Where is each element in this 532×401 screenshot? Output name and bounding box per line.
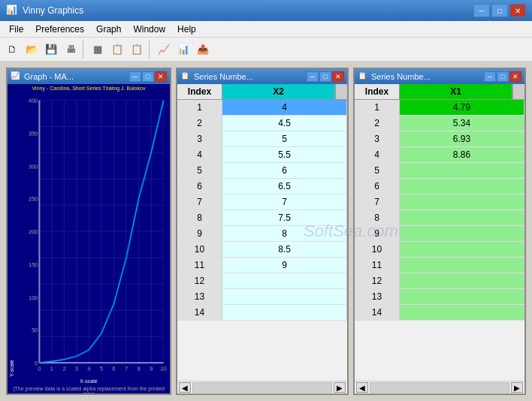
table-row[interactable]: 8 [355, 210, 524, 226]
series-x1-window: 📋 Series Numbe... ─ □ ✕ Index X1 1 4.792 [353, 68, 526, 395]
menu-help[interactable]: Help [171, 23, 202, 36]
menu-window[interactable]: Window [127, 23, 171, 36]
series-x2-scroll-bar: ◀ ▶ [177, 381, 347, 393]
minimize-button[interactable]: ─ [473, 4, 490, 17]
table-row[interactable]: 12 [177, 273, 347, 289]
toolbar-calc2-btn[interactable]: 📋 [128, 41, 146, 59]
index-cell: 12 [355, 273, 400, 288]
table-row[interactable]: 12 [355, 273, 524, 289]
value-cell[interactable]: 5.5 [222, 147, 347, 162]
value-cell[interactable] [400, 258, 524, 273]
value-cell[interactable]: 4 [222, 100, 347, 115]
table-row[interactable]: 13 [177, 289, 347, 305]
toolbar-chart-btn[interactable]: 📈 [155, 41, 173, 59]
menu-bar: File Preferences Graph Window Help [0, 21, 532, 38]
value-cell[interactable] [400, 210, 524, 225]
table-row[interactable]: 2 5.34 [355, 116, 524, 131]
value-cell[interactable] [400, 226, 524, 241]
value-cell[interactable]: 6.5 [222, 179, 347, 194]
table-row[interactable]: 14 [355, 305, 524, 321]
table-row[interactable]: 7 [355, 194, 524, 210]
table-row[interactable]: 8 7.5 [177, 210, 347, 226]
value-cell[interactable] [400, 242, 524, 257]
series-x1-minimize-btn[interactable]: ─ [484, 71, 496, 82]
table-row[interactable]: 9 8 [177, 226, 347, 242]
table-row[interactable]: 1 4 [177, 100, 347, 116]
value-cell[interactable]: 6 [222, 163, 347, 178]
main-area: 📈 Graph - MA... ─ □ ✕ Vinny - Carolina, … [0, 62, 532, 401]
table-row[interactable]: 5 [355, 163, 524, 179]
value-cell[interactable]: 4.79 [400, 100, 524, 115]
index-cell: 5 [177, 163, 222, 178]
value-cell[interactable]: 8.86 [400, 147, 524, 162]
value-cell[interactable] [400, 194, 524, 210]
series-x1-body[interactable]: 1 4.792 5.343 6.934 8.865 6 7 8 9 [355, 100, 524, 381]
toolbar-table-btn[interactable]: ▦ [89, 41, 107, 59]
toolbar-export-btn[interactable]: 📤 [194, 41, 212, 59]
value-cell[interactable]: 8 [222, 226, 347, 241]
series-x1-close-btn[interactable]: ✕ [509, 71, 521, 82]
series-x1-scroll-track[interactable] [370, 382, 509, 393]
table-row[interactable]: 2 4.5 [177, 116, 347, 131]
series-x2-scroll-left[interactable]: ◀ [179, 382, 191, 393]
close-button[interactable]: ✕ [509, 4, 526, 17]
table-row[interactable]: 4 5.5 [177, 147, 347, 163]
value-cell[interactable]: 8.5 [222, 242, 347, 257]
menu-graph[interactable]: Graph [90, 23, 127, 36]
table-row[interactable]: 10 [355, 242, 524, 258]
value-cell[interactable]: 9 [222, 258, 347, 273]
value-cell[interactable]: 5.34 [400, 116, 524, 131]
graph-maximize-btn[interactable]: □ [142, 71, 154, 82]
series-x2-scroll-right[interactable]: ▶ [334, 382, 346, 393]
table-row[interactable]: 9 [355, 226, 524, 242]
toolbar-new-btn[interactable]: 🗋 [3, 41, 21, 59]
toolbar-print-btn[interactable]: 🖶 [62, 41, 80, 59]
value-cell[interactable] [222, 289, 347, 304]
menu-file[interactable]: File [3, 23, 29, 36]
app-title: Vinny Graphics [23, 5, 473, 16]
index-cell: 10 [355, 242, 400, 257]
value-cell[interactable] [400, 289, 524, 304]
value-cell[interactable] [222, 305, 347, 320]
toolbar-calc-btn[interactable]: 📋 [108, 41, 126, 59]
series-x2-scroll-track[interactable] [192, 382, 332, 393]
value-cell[interactable]: 7.5 [222, 210, 347, 225]
value-cell[interactable]: 6.93 [400, 131, 524, 146]
toolbar-save-btn[interactable]: 💾 [42, 41, 60, 59]
maximize-button[interactable]: □ [491, 4, 508, 17]
graph-minimize-btn[interactable]: ─ [129, 71, 141, 82]
table-row[interactable]: 7 7 [177, 194, 347, 210]
table-row[interactable]: 10 8.5 [177, 242, 347, 258]
toolbar-open-btn[interactable]: 📂 [23, 41, 41, 59]
value-cell[interactable] [400, 163, 524, 178]
table-row[interactable]: 3 6.93 [355, 131, 524, 147]
table-row[interactable]: 5 6 [177, 163, 347, 179]
table-row[interactable]: 6 [355, 179, 524, 194]
toolbar-chart2-btn[interactable]: 📊 [174, 41, 192, 59]
series-x2-close-btn[interactable]: ✕ [332, 71, 344, 82]
value-cell[interactable] [400, 305, 524, 320]
table-row[interactable]: 4 8.86 [355, 147, 524, 163]
table-row[interactable]: 6 6.5 [177, 179, 347, 194]
value-cell[interactable]: 7 [222, 194, 347, 210]
graph-close-btn[interactable]: ✕ [155, 71, 167, 82]
series-x2-maximize-btn[interactable]: □ [319, 71, 331, 82]
series-x1-scroll-right[interactable]: ▶ [511, 382, 523, 393]
value-cell[interactable] [400, 273, 524, 288]
table-row[interactable]: 13 [355, 289, 524, 305]
table-row[interactable]: 11 9 [177, 258, 347, 273]
series-x2-col-index: Index [177, 84, 222, 99]
table-row[interactable]: 14 [177, 305, 347, 321]
series-x1-maximize-btn[interactable]: □ [497, 71, 509, 82]
value-cell[interactable]: 5 [222, 131, 347, 146]
series-x2-minimize-btn[interactable]: ─ [307, 71, 319, 82]
value-cell[interactable] [222, 273, 347, 288]
value-cell[interactable]: 4.5 [222, 116, 347, 131]
series-x2-body[interactable]: 1 42 4.53 54 5.55 66 6.57 78 7.59 [177, 100, 347, 381]
series-x1-scroll-left[interactable]: ◀ [356, 382, 368, 393]
menu-preferences[interactable]: Preferences [29, 23, 90, 36]
table-row[interactable]: 3 5 [177, 131, 347, 147]
value-cell[interactable] [400, 179, 524, 194]
table-row[interactable]: 1 4.79 [355, 100, 524, 116]
table-row[interactable]: 11 [355, 258, 524, 273]
